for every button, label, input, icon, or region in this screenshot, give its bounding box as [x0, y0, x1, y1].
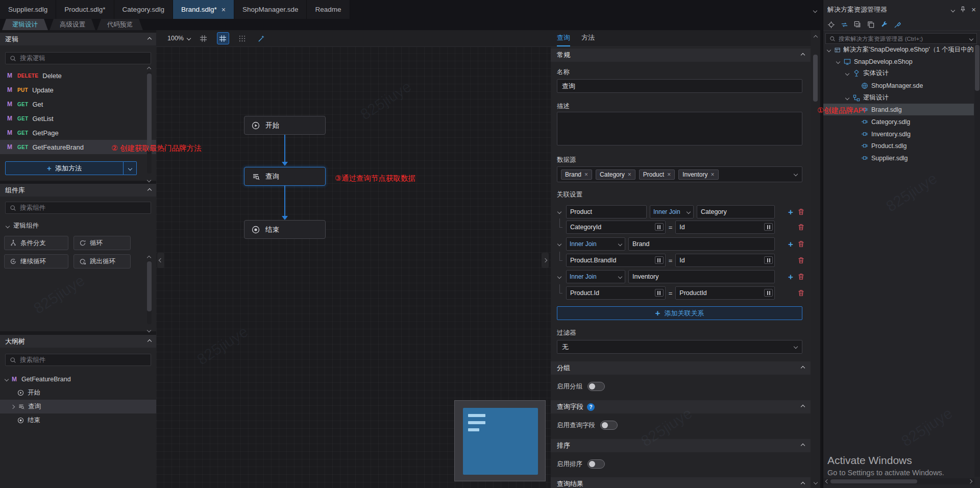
join-left-field-input[interactable]: CategoryId [566, 221, 666, 234]
help-icon[interactable]: ? [587, 403, 595, 411]
logic-section-header[interactable]: 逻辑 [0, 33, 156, 45]
tab-advanced-settings[interactable]: 高级设置 [50, 19, 95, 30]
explorer-item-solution[interactable]: 解决方案'SnapDevelop.eShop'（1 个项目中的1 个项目） [823, 44, 974, 56]
logic-components-group[interactable]: 逻辑组件 [0, 220, 156, 232]
component-condition-branch[interactable]: 条件分支 [4, 236, 68, 250]
explorer-item-shopmanager-sde[interactable]: ShopManager.sde [823, 80, 974, 91]
tab-method-properties[interactable]: 方法 [581, 33, 595, 46]
flow-node-query[interactable]: 查询 [244, 167, 326, 186]
collapse-section-icon[interactable] [148, 37, 152, 41]
tab-category-sdlg[interactable]: Category.sdlg [114, 0, 173, 19]
document-preview-thumbnail[interactable] [454, 400, 546, 481]
methods-scrollbar[interactable] [147, 71, 152, 174]
explorer-horizontal-scrollbar[interactable] [823, 478, 974, 484]
datasource-tag[interactable]: Category× [596, 169, 635, 180]
outline-node-query[interactable]: 查询 [0, 400, 156, 413]
general-section-header[interactable]: 常规 [551, 48, 811, 62]
delete-join-icon[interactable] [798, 208, 804, 215]
expression-picker-icon[interactable] [764, 223, 773, 231]
tab-shopmanager-sde[interactable]: ShopManager.sde [234, 0, 307, 19]
add-method-dropdown-button[interactable] [124, 161, 137, 175]
remove-tag-icon[interactable]: × [584, 172, 588, 178]
logic-search[interactable] [5, 52, 151, 64]
collapse-section-icon[interactable] [148, 339, 152, 343]
enable-query-fields-toggle[interactable] [600, 421, 618, 430]
close-tab-icon[interactable]: × [222, 6, 226, 13]
outline-node-end[interactable]: 结束 [0, 413, 156, 427]
chevron-down-icon[interactable] [556, 242, 563, 246]
auto-format-button[interactable] [256, 32, 268, 44]
sort-section-header[interactable]: 排序 [551, 439, 811, 452]
datasource-tag[interactable]: Product× [639, 169, 675, 180]
collapse-section-icon[interactable] [801, 444, 805, 448]
method-update[interactable]: MPUTUpdate [0, 83, 156, 97]
show-grid-button[interactable] [198, 32, 210, 44]
components-scrollbar[interactable] [147, 260, 152, 324]
collapse-section-icon[interactable] [801, 482, 805, 486]
delete-join-icon[interactable] [798, 273, 804, 280]
scroll-down-icon[interactable] [148, 326, 151, 333]
chevron-down-icon[interactable] [556, 210, 563, 213]
copy-icon[interactable] [867, 21, 875, 29]
method-delete[interactable]: MDELETEDelete [0, 68, 156, 83]
logic-canvas[interactable]: 100% 开始 查询 结束 [156, 30, 551, 488]
add-method-button[interactable]: + 添加方法 [5, 161, 124, 175]
add-join-condition-icon[interactable]: + [788, 273, 793, 281]
name-input[interactable]: 查询 [557, 79, 802, 93]
join-right-field-input[interactable]: ProductId [675, 286, 775, 300]
join-right-table-input[interactable]: Category [697, 205, 775, 218]
zoom-control[interactable]: 100% [167, 35, 190, 42]
tab-query-properties[interactable]: 查询 [557, 33, 570, 46]
flow-node-start[interactable]: 开始 [244, 116, 326, 135]
component-library-header[interactable]: 组件库 [0, 184, 156, 197]
wrench-icon[interactable] [880, 21, 888, 29]
collapse-right-panel-button[interactable] [542, 253, 549, 268]
tab-brand-sdlg[interactable]: Brand.sdlg* × [173, 0, 234, 19]
component-search-input[interactable] [20, 204, 146, 211]
outline-search[interactable] [5, 354, 151, 366]
method-getlist[interactable]: MGETGetList [0, 111, 156, 126]
component-search[interactable] [5, 202, 151, 214]
expression-picker-icon[interactable] [655, 223, 664, 231]
screwdriver-icon[interactable] [894, 21, 901, 29]
chevron-down-icon[interactable] [794, 172, 798, 176]
component-loop[interactable]: 循环 [74, 236, 131, 250]
properties-scrollbar[interactable] [811, 30, 820, 488]
explorer-item-logic-design[interactable]: 逻辑设计 [823, 92, 974, 104]
method-getpage[interactable]: MGETGetPage [0, 126, 156, 140]
tab-readme[interactable]: Readme [307, 0, 350, 19]
window-menu-chevron-icon[interactable] [951, 6, 954, 13]
join-right-field-input[interactable]: Id [675, 254, 775, 267]
join-type-select[interactable]: Inner Join [650, 205, 694, 218]
tab-overflow-chevron-icon[interactable] [814, 6, 817, 14]
join-type-select[interactable]: Inner Join [566, 270, 625, 283]
tab-product-sdlg[interactable]: Product.sdlg* [56, 0, 114, 19]
sync-icon[interactable] [841, 21, 848, 29]
remove-tag-icon[interactable]: × [667, 172, 671, 178]
add-join-condition-icon[interactable]: + [788, 240, 793, 249]
datasource-multiselect[interactable]: Brand× Category× Product× Inventory× [557, 166, 802, 182]
expression-picker-icon[interactable] [764, 256, 773, 264]
flow-node-end[interactable]: 结束 [244, 220, 326, 239]
group-section-header[interactable]: 分组 [551, 361, 811, 375]
outline-tree-header[interactable]: 大纲树 [0, 335, 156, 348]
scroll-up-icon[interactable] [148, 64, 151, 72]
enable-sort-toggle[interactable] [587, 459, 605, 469]
join-left-field-input[interactable]: Product.BrandId [566, 254, 666, 267]
component-continue-loop[interactable]: 继续循环 [4, 254, 68, 269]
tab-logic-design[interactable]: 逻辑设计 [2, 19, 48, 30]
collapse-section-icon[interactable] [148, 188, 152, 192]
datasource-tag[interactable]: Inventory× [678, 169, 718, 180]
scroll-down-icon[interactable] [148, 176, 151, 183]
join-right-table-input[interactable]: Brand [628, 237, 775, 251]
join-left-table-input[interactable]: Product [566, 205, 647, 218]
explorer-search-input[interactable] [839, 36, 967, 42]
delete-condition-icon[interactable] [798, 289, 804, 297]
collapse-left-panel-button[interactable] [157, 253, 164, 268]
explorer-item-category-sdlg[interactable]: Category.sdlg [823, 116, 974, 128]
query-result-section-header[interactable]: 查询结果 [551, 477, 811, 488]
collapse-section-icon[interactable] [801, 405, 805, 409]
scroll-up-icon[interactable] [148, 253, 151, 261]
chevron-down-icon[interactable] [969, 36, 973, 40]
description-textarea[interactable] [557, 112, 802, 145]
